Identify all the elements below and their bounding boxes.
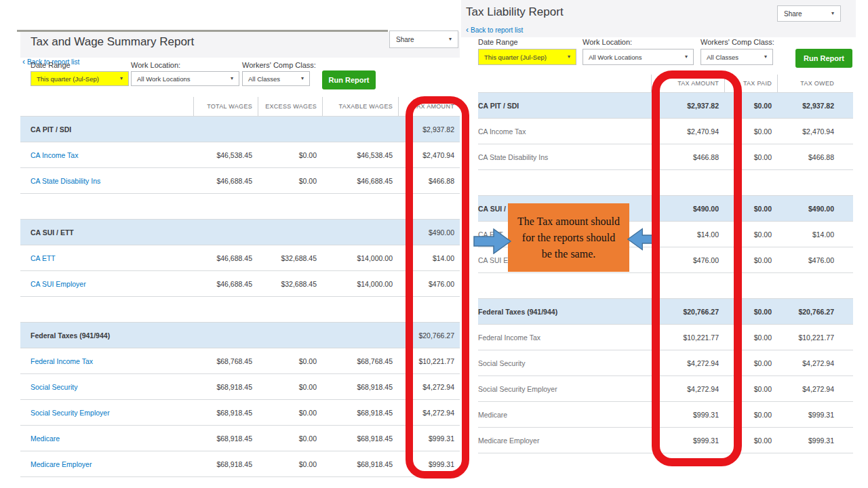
page: Tax and Wage Summary Report Share ▾ ‹Bac… (0, 0, 868, 488)
section-row: CA PIT / SDI$2,937.82$0.00$2,937.82 (478, 93, 853, 119)
date-range-value: This quarter (Jul-Sep) (37, 75, 99, 83)
work-location-value: All Work Locations (589, 54, 642, 61)
arrow-right-icon (473, 228, 512, 254)
cell-value: $0.00 (724, 256, 777, 264)
cell-value: $14,000.00 (322, 254, 398, 262)
date-range-dropdown[interactable]: This quarter (Jul-Sep) ▾ (478, 49, 576, 65)
cell-value: $10,221.77 (777, 333, 853, 342)
table-row: Medicare$999.31$0.00$999.31 (478, 402, 853, 428)
table-row: CA SUI Employer$46,688.45$32,688.45$14,0… (20, 271, 460, 297)
cell-value: $0.00 (258, 434, 322, 443)
back-to-report-list-link[interactable]: ‹Back to report list (466, 25, 523, 35)
cell-value: $14.00 (777, 230, 853, 239)
run-report-button[interactable]: Run Report (795, 49, 852, 68)
cell-value: $0.00 (724, 230, 777, 239)
section-row: CA SUI / ETT$490.00 (20, 220, 460, 245)
date-range-label: Date Range (31, 61, 71, 69)
comp-class-dropdown[interactable]: All Classes ▾ (701, 49, 773, 65)
cell-value: $10,221.77 (398, 357, 460, 365)
chevron-down-icon: ▾ (231, 76, 233, 81)
cell-value: $0.00 (724, 411, 777, 419)
row-label: CA Income Tax (478, 127, 651, 136)
cell-value: $999.31 (777, 411, 853, 419)
cell-value: $0.00 (724, 102, 777, 110)
table-row: CA State Disability Ins$46,688.45$0.00$4… (20, 168, 460, 194)
chevron-down-icon: ▾ (449, 37, 452, 42)
cell-value: $20,766.27 (398, 331, 460, 340)
column-header: TAX OWED (777, 75, 853, 92)
table-row: Federal Income Tax$10,221.77$0.00$10,221… (478, 325, 853, 350)
cell-value: $0.00 (724, 385, 777, 393)
chevron-left-icon: ‹ (466, 25, 469, 35)
table-row: CA ETT$46,688.45$32,688.45$14,000.00$14.… (20, 245, 460, 271)
right-titlebar: Tax Liability Report Share ▾ ‹Back to re… (461, 0, 856, 37)
row-label: Medicare (478, 411, 651, 419)
cell-value: $490.00 (777, 205, 853, 213)
comp-class-label: Workers' Comp Class: (701, 38, 774, 46)
cell-value: $4,272.94 (651, 385, 724, 393)
share-button-label: Share (396, 36, 414, 43)
cell-value: $2,470.94 (651, 127, 724, 136)
comp-class-value: All Classes (248, 75, 280, 83)
work-location-label: Work Location: (131, 61, 180, 69)
row-label[interactable]: Medicare Employer (20, 460, 193, 468)
row-label[interactable]: Social Security (20, 383, 193, 391)
cell-value: $0.00 (258, 357, 322, 365)
cell-value: $4,272.94 (777, 359, 853, 367)
row-label[interactable]: Federal Income Tax (20, 357, 193, 365)
row-label[interactable]: CA Income Tax (20, 151, 193, 159)
cell-value: $999.31 (398, 460, 460, 468)
cell-value: $0.00 (724, 308, 777, 316)
cell-value: $68,918.45 (193, 460, 258, 468)
cell-value: $490.00 (398, 228, 460, 237)
cell-value: $68,918.45 (322, 460, 398, 468)
cell-value: $2,470.94 (398, 151, 460, 159)
left-filter-bar: Date Range This quarter (Jul-Sep) ▾ Work… (31, 61, 458, 92)
chevron-down-icon: ▾ (301, 76, 304, 81)
work-location-dropdown[interactable]: All Work Locations ▾ (131, 71, 239, 86)
chevron-down-icon: ▾ (764, 54, 767, 60)
row-label[interactable]: CA ETT (20, 254, 193, 262)
share-button[interactable]: Share ▾ (389, 30, 458, 48)
spacer-row (478, 273, 853, 299)
row-label: Federal Income Tax (478, 333, 651, 342)
row-label: CA PIT / SDI (478, 102, 651, 110)
row-label: Federal Taxes (941/944) (478, 308, 651, 316)
cell-value: $999.31 (398, 434, 460, 443)
tax-wage-summary-table: TOTAL WAGESEXCESS WAGESTAXABLE WAGESTAX … (20, 97, 460, 477)
table-row: Social Security$68,918.45$0.00$68,918.45… (20, 374, 460, 400)
cell-value: $46,688.45 (193, 177, 258, 185)
cell-value: $2,937.82 (777, 102, 853, 110)
cell-value: $46,688.45 (193, 280, 258, 288)
left-titlebar: Tax and Wage Summary Report Share ▾ ‹Bac… (20, 32, 460, 58)
tax-wage-summary-panel: Tax and Wage Summary Report Share ▾ ‹Bac… (20, 31, 460, 488)
chevron-down-icon: ▾ (568, 54, 570, 60)
row-label[interactable]: CA State Disability Ins (20, 177, 193, 185)
cell-value: $14.00 (651, 230, 724, 239)
table-row: Social Security Employer$4,272.94$0.00$4… (478, 376, 853, 402)
cell-value: $2,470.94 (777, 127, 853, 136)
row-label[interactable]: Medicare (20, 434, 193, 443)
chevron-down-icon: ▾ (831, 11, 834, 16)
cell-value: $0.00 (258, 409, 322, 417)
row-label[interactable]: Social Security Employer (20, 409, 193, 417)
cell-value: $490.00 (651, 205, 724, 213)
comp-class-dropdown[interactable]: All Classes ▾ (242, 71, 310, 86)
work-location-dropdown[interactable]: All Work Locations ▾ (583, 49, 694, 65)
cell-value: $0.00 (724, 205, 777, 213)
column-header: TAX AMOUNT (651, 75, 724, 92)
share-button[interactable]: Share ▾ (777, 5, 841, 22)
cell-value: $466.88 (777, 153, 853, 161)
table-row: Social Security$4,272.94$0.00$4,272.94 (478, 350, 853, 376)
date-range-dropdown[interactable]: This quarter (Jul-Sep) ▾ (31, 71, 129, 86)
cell-value: $476.00 (777, 256, 853, 264)
cell-value: $0.00 (724, 359, 777, 367)
row-label[interactable]: CA SUI Employer (20, 280, 193, 288)
table-row: Social Security Employer$68,918.45$0.00$… (20, 400, 460, 426)
cell-value: $14.00 (398, 254, 460, 262)
row-label: CA State Disability Ins (478, 153, 651, 161)
run-report-button[interactable]: Run Report (322, 70, 376, 89)
column-header: TAX AMOUNT (398, 97, 460, 116)
page-title: Tax Liability Report (466, 5, 564, 19)
cell-value: $32,688.45 (258, 280, 322, 288)
